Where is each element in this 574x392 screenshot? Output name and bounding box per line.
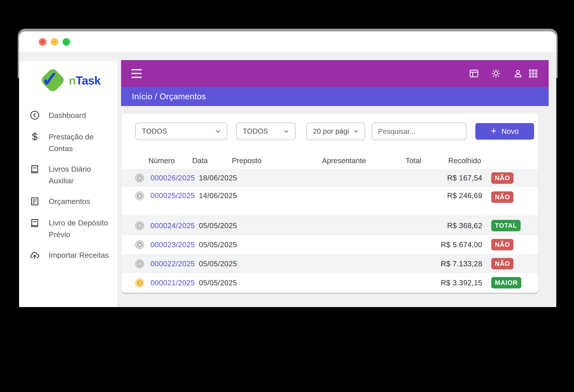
sidebar-item-label: Orçamentos — [49, 196, 90, 207]
app-header-bar — [121, 60, 549, 87]
book-icon — [29, 217, 40, 228]
breadcrumb-bar: Início / Orçamentos — [121, 87, 549, 106]
logo-text-task: Task — [76, 74, 101, 87]
sidebar-item-or-amentos[interactable]: Orçamentos — [29, 196, 117, 208]
plus-icon: + — [491, 126, 497, 136]
table-rows: 000026/202518/06/2025R$ 167,54NÃO000025/… — [121, 169, 539, 292]
filter-row: TODOS TODOS 20 por pági — [121, 122, 539, 140]
user-icon[interactable] — [513, 68, 523, 79]
layout-panel-icon[interactable] — [469, 68, 479, 79]
type-filter-value: TODOS — [243, 127, 268, 135]
app-window: ✓ nTask Dashboard$Prestação de ContasLiv… — [19, 31, 556, 307]
cancelled-circle-x-icon — [135, 221, 144, 230]
recolhido-cell: TOTAL — [482, 220, 539, 231]
numero-cell: 000021/2025 — [150, 279, 195, 287]
pending-clock-icon — [135, 278, 144, 287]
numero-cell: 000024/2025 — [150, 221, 195, 230]
data-cell: 18/06/2025 — [195, 174, 238, 182]
table-row: 000026/202518/06/2025R$ 167,54NÃO — [121, 169, 539, 187]
page-size-value: 20 por pági — [313, 127, 349, 135]
numero-link[interactable]: 000023/2025 — [150, 240, 195, 249]
cancelled-circle-x-icon — [135, 174, 144, 182]
status-badge: MAIOR — [491, 277, 521, 289]
cancelled-circle-x-icon — [135, 240, 144, 249]
status-badge: NÃO — [491, 258, 513, 269]
traffic-lights — [39, 38, 70, 46]
appbar-icons — [469, 68, 538, 79]
breadcrumb[interactable]: Início / Orçamentos — [132, 92, 206, 101]
numero-link[interactable]: 000024/2025 — [150, 221, 195, 230]
data-cell: 05/05/2025 — [195, 221, 238, 230]
book-icon — [29, 164, 40, 174]
recolhido-cell: NÃO — [482, 239, 539, 250]
cancelled-circle-x-icon — [135, 259, 144, 268]
browser-title-bar — [19, 31, 556, 53]
table-row: 000021/202505/05/2025R$ 3.392,15MAIOR — [121, 273, 539, 292]
sidebar-item-livro-de-dep-sito-pr-vio[interactable]: Livro de Depósito Prévio — [29, 217, 117, 240]
sidebar-menu: Dashboard$Prestação de ContasLivros Diár… — [19, 93, 117, 262]
numero-cell: 000025/2025 — [150, 191, 195, 200]
numero-link[interactable]: 000022/2025 — [150, 259, 195, 268]
status-filter-select[interactable]: TODOS — [135, 123, 227, 140]
ntask-logo-icon: ✓ — [41, 68, 65, 93]
data-cell: 05/05/2025 — [195, 240, 238, 249]
sidebar-item-livros-di-rio-auxiliar[interactable]: Livros Diário Auxiliar — [29, 163, 117, 186]
recolhido-cell: NÃO — [482, 258, 539, 269]
status-filter-value: TODOS — [142, 127, 167, 135]
table-row: 000024/202505/05/2025R$ 368,62TOTAL — [121, 216, 539, 235]
chevron-down-icon — [283, 128, 289, 134]
sidebar-item-label: Livro de Depósito Prévio — [49, 217, 116, 240]
new-button-label: Novo — [501, 127, 519, 136]
document-lines-icon — [29, 196, 40, 207]
chevron-left-circle-icon — [29, 110, 40, 120]
recolhido-cell: NÃO — [482, 191, 539, 203]
zoom-button[interactable] — [62, 38, 70, 46]
table-header: NúmeroDataPrepostoApresentanteTotalRecol… — [121, 155, 539, 169]
apps-grid-icon[interactable] — [528, 68, 538, 79]
apresentante-cell — [334, 281, 434, 285]
total-cell: R$ 167,54 — [434, 174, 482, 182]
data-cell: 05/05/2025 — [195, 259, 238, 268]
apresentante-cell — [334, 243, 434, 247]
column-header-recolhido: Recolhido — [448, 157, 481, 165]
sidebar-item-label: Importar Receitas — [49, 249, 109, 261]
sidebar-item-label: Prestação de Contas — [49, 131, 116, 154]
preposto-cell — [238, 281, 334, 285]
status-badge: NÃO — [491, 172, 513, 184]
numero-link[interactable]: 000025/2025 — [150, 191, 195, 200]
apresentante-cell — [334, 224, 434, 228]
numero-cell: 000023/2025 — [150, 240, 195, 249]
table-row: 000025/202514/06/2025R$ 246,69NÃO — [121, 187, 539, 216]
theme-sun-icon[interactable] — [491, 68, 501, 79]
chevron-down-icon — [215, 128, 221, 134]
hamburger-menu-icon[interactable] — [131, 69, 142, 78]
close-button[interactable] — [39, 38, 46, 46]
total-cell: R$ 3.392,15 — [434, 279, 482, 287]
orcamentos-card: TODOS TODOS 20 por pági — [121, 113, 539, 293]
numero-link[interactable]: 000021/2025 — [150, 279, 195, 287]
type-filter-select[interactable]: TODOS — [236, 123, 295, 140]
total-cell: R$ 5.674,00 — [434, 240, 482, 249]
numero-cell: 000022/2025 — [150, 259, 195, 268]
sidebar-item-dashboard[interactable]: Dashboard — [29, 109, 117, 122]
column-header-total: Total — [406, 157, 421, 165]
minimize-button[interactable] — [51, 38, 58, 46]
recolhido-cell: MAIOR — [482, 277, 539, 289]
new-button[interactable]: + Novo — [475, 123, 534, 140]
apresentante-cell — [334, 176, 434, 180]
numero-link[interactable]: 000026/2025 — [150, 174, 195, 182]
column-header-número: Número — [148, 157, 175, 165]
status-badge: NÃO — [491, 239, 513, 250]
numero-cell: 000026/2025 — [150, 174, 195, 182]
sidebar-item-importar-receitas[interactable]: Importar Receitas — [29, 249, 117, 262]
sidebar-item-label: Livros Diário Auxiliar — [49, 163, 116, 186]
data-cell: 05/05/2025 — [195, 279, 238, 287]
page-size-select[interactable]: 20 por pági — [306, 123, 365, 140]
ntask-logo: ✓ nTask — [41, 68, 117, 93]
sidebar-item-presta-o-de-contas[interactable]: $Prestação de Contas — [29, 131, 117, 154]
preposto-cell — [238, 176, 334, 180]
total-cell: R$ 246,69 — [434, 191, 482, 200]
search-input[interactable] — [372, 123, 466, 140]
logo-text-n: n — [69, 74, 76, 87]
total-cell: R$ 368,62 — [434, 221, 482, 230]
